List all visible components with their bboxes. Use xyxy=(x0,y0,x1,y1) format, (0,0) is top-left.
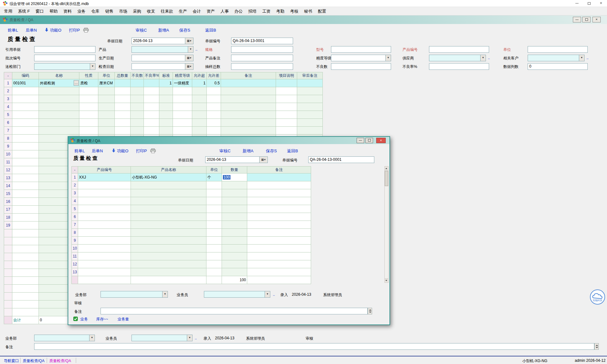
grid-column-header[interactable]: 数量 xyxy=(222,167,247,173)
grid-cell[interactable] xyxy=(192,95,207,103)
clerk-lookup-link[interactable]: .. xyxy=(195,336,197,340)
grid-cell[interactable] xyxy=(115,111,131,119)
grid-cell[interactable] xyxy=(276,95,297,103)
grid-cell[interactable] xyxy=(78,268,131,276)
customer-select[interactable]: ▼ xyxy=(528,55,585,61)
stock-link[interactable]: 库存~~ xyxy=(96,317,108,322)
grid-cell[interactable] xyxy=(222,197,247,205)
grid-cell[interactable] xyxy=(12,229,39,237)
grid-cell[interactable] xyxy=(12,111,39,119)
grid-cell[interactable] xyxy=(206,197,222,205)
grid-row-number[interactable]: 7 xyxy=(4,127,12,135)
grid-cell[interactable] xyxy=(115,127,131,135)
grid-column-header[interactable]: 项目说明 xyxy=(276,72,297,79)
audit-button[interactable]: 审核C xyxy=(136,27,147,33)
dropdown-arrow-icon[interactable]: ▼ xyxy=(187,335,192,341)
dropdown-arrow-icon[interactable]: ▼ xyxy=(265,291,270,297)
grid-row-number[interactable]: 18 xyxy=(4,214,12,221)
menu-item[interactable]: 生产 xyxy=(176,7,190,16)
cell-ellipsis-button[interactable]: … xyxy=(74,80,79,86)
mdi-close-button[interactable]: × xyxy=(592,17,601,22)
grid-cell[interactable] xyxy=(247,237,311,245)
grid-cell[interactable] xyxy=(131,95,144,103)
grid-cell[interactable]: 质检 xyxy=(79,79,98,87)
grid-cell[interactable] xyxy=(12,103,39,111)
grid-cell[interactable] xyxy=(276,111,297,119)
grid-cell[interactable] xyxy=(98,87,115,95)
next-doc-button[interactable]: 后单N xyxy=(26,27,37,33)
doc-no-input[interactable]: QA-26-04-13-0001 xyxy=(231,38,293,44)
add-button[interactable]: 新增A xyxy=(158,27,169,33)
grid-cell[interactable] xyxy=(144,111,159,119)
grid-row-number[interactable]: 7 xyxy=(72,221,78,229)
grid-cell[interactable] xyxy=(98,119,115,127)
grid-row-number[interactable]: 2 xyxy=(4,87,12,95)
prev-doc-button[interactable]: 前单L xyxy=(8,27,18,33)
product-note-input[interactable] xyxy=(231,55,293,61)
menu-item[interactable]: 往来款 xyxy=(158,7,176,16)
grid-cell[interactable] xyxy=(12,293,39,300)
grid-cell[interactable]: 1 xyxy=(192,79,207,87)
popup-next-doc-button[interactable]: 后单N xyxy=(92,148,103,154)
grid-cell[interactable] xyxy=(247,213,311,221)
save-button[interactable]: 保存S xyxy=(179,27,190,33)
grid-cell[interactable] xyxy=(115,119,131,127)
grid-row-number[interactable]: 1 xyxy=(72,173,78,181)
grid-row-number[interactable]: 5 xyxy=(4,111,12,119)
grid-cell[interactable] xyxy=(12,150,39,158)
menu-item[interactable]: 常用 xyxy=(1,7,15,16)
grid-cell[interactable] xyxy=(247,260,311,268)
customer-lookup-link[interactable]: .. xyxy=(586,56,589,60)
grid-column-header[interactable]: 产品名称 xyxy=(131,167,206,173)
doc-date-input[interactable]: 2026-04-13▦▾ xyxy=(132,38,193,44)
grid-cell[interactable] xyxy=(222,213,247,221)
statusbar-tab-navigator[interactable]: 导航窗口 xyxy=(4,358,19,364)
grid-row-number[interactable]: 16 xyxy=(4,198,12,206)
grid-cell[interactable] xyxy=(297,111,323,119)
grid-cell[interactable] xyxy=(78,197,131,205)
menu-item[interactable]: 系统 F xyxy=(15,7,33,16)
menu-item[interactable]: 秘书 xyxy=(301,7,315,16)
statusbar-tab-qa-1[interactable]: 质量检查/QA xyxy=(23,358,45,364)
grid-cell[interactable] xyxy=(192,127,207,135)
popup-prev-doc-button[interactable]: 前单L xyxy=(74,148,85,154)
dropdown-arrow-icon[interactable]: ▼ xyxy=(90,64,95,70)
grid-cell[interactable] xyxy=(115,79,131,87)
menu-item[interactable]: 市场 xyxy=(116,7,130,16)
grid-cell[interactable] xyxy=(276,127,297,135)
menu-item[interactable]: 资产 xyxy=(204,7,218,16)
grid-row-number[interactable]: 14 xyxy=(4,182,12,190)
grid-cell[interactable] xyxy=(115,87,131,95)
back-button[interactable]: 返回B xyxy=(205,27,216,33)
grid-cell[interactable] xyxy=(159,95,173,103)
grid-cell[interactable] xyxy=(207,103,221,111)
grid-cell[interactable] xyxy=(12,127,39,135)
grid-cell[interactable] xyxy=(297,119,323,127)
grid-cell[interactable] xyxy=(131,205,206,213)
window-minimize-button[interactable] xyxy=(571,0,583,7)
defect-rate-input[interactable] xyxy=(429,63,489,70)
mdi-minimize-button[interactable] xyxy=(573,17,581,22)
grid-cell[interactable] xyxy=(206,221,222,229)
grid-cell[interactable] xyxy=(206,213,222,221)
grid-row-number[interactable]: 13 xyxy=(4,174,12,182)
grid-cell[interactable] xyxy=(222,205,247,213)
grid-cell[interactable] xyxy=(192,87,207,95)
note-spinner[interactable] xyxy=(594,343,599,350)
grid-cell[interactable] xyxy=(12,206,39,214)
grid-cell[interactable]: 001001 xyxy=(12,79,39,87)
grid-cell[interactable] xyxy=(131,245,206,252)
grid-cell[interactable] xyxy=(206,229,222,237)
grid-row-number[interactable]: 11 xyxy=(4,158,12,166)
grid-row-number[interactable]: 12 xyxy=(72,260,78,268)
sample-total-input[interactable] xyxy=(231,63,293,70)
grid-row-number[interactable]: 10 xyxy=(72,245,78,252)
popup-add-button[interactable]: 新增A xyxy=(242,148,254,154)
grid-cell[interactable] xyxy=(276,103,297,111)
grid-cell[interactable] xyxy=(206,181,222,189)
calendar-dropdown-icon[interactable]: ▦▾ xyxy=(185,64,193,70)
grid-row-number[interactable]: 9 xyxy=(72,237,78,245)
grid-cell[interactable] xyxy=(131,87,144,95)
grid-cell[interactable] xyxy=(131,260,206,268)
popup-minimize-button[interactable] xyxy=(357,138,364,143)
